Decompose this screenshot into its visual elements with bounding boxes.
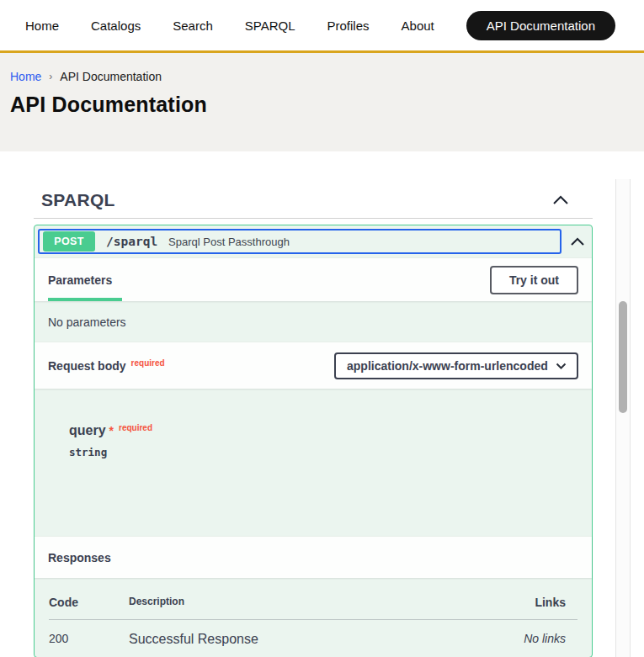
nav-item-catalogs[interactable]: Catalogs (91, 19, 141, 33)
parameter-name: query (69, 423, 106, 437)
responses-table: Code Description Links 200 Successful Re… (49, 578, 577, 647)
chevron-up-icon (552, 195, 569, 205)
nav-item-api-documentation-active[interactable]: API Documentation (466, 11, 615, 40)
page-scrollbar-thumb[interactable] (619, 301, 627, 413)
chevron-up-icon (570, 237, 585, 246)
responses-col-header-description: Description (129, 578, 524, 619)
breadcrumb-current: API Documentation (60, 70, 162, 83)
chevron-down-icon (556, 363, 567, 369)
opblock-summary[interactable]: POST /sparql Sparql Post Passthrough (38, 229, 562, 254)
opblock-collapse-button[interactable] (565, 236, 590, 248)
response-row-description: Successful Response (129, 620, 524, 647)
parameters-tab-label: Parameters (48, 273, 112, 287)
opblock-summary-row: POST /sparql Sparql Post Passthrough (35, 225, 592, 257)
required-asterisk: * (109, 424, 114, 437)
breadcrumb-separator-icon: › (49, 71, 52, 82)
breadcrumb-home-link[interactable]: Home (10, 70, 41, 83)
section-collapse-button[interactable] (551, 193, 571, 207)
tab-parameters[interactable]: Parameters (48, 258, 112, 302)
nav-item-search[interactable]: Search (173, 19, 213, 33)
content-type-select[interactable]: application/x-www-form-urlencoded (334, 352, 578, 379)
page-scrollbar-track[interactable] (615, 179, 631, 657)
responses-label: Responses (48, 551, 111, 564)
http-method-badge: POST (43, 231, 95, 252)
sparql-section-header: SPARQL (34, 190, 593, 210)
endpoint-path: /sparql (106, 235, 157, 248)
request-body-required-label: required (131, 358, 165, 368)
section-divider (34, 218, 593, 219)
sparql-section-title: SPARQL (41, 190, 115, 210)
request-body-content: query*required string (35, 389, 592, 536)
request-body-label-group: Request bodyrequired (48, 358, 165, 374)
try-it-out-button[interactable]: Try it out (490, 266, 578, 294)
post-sparql-opblock: POST /sparql Sparql Post Passthrough Par… (34, 225, 593, 657)
main-content: SPARQL POST /sparql Sparql Post Passthro… (34, 190, 593, 657)
content-type-selected-value: application/x-www-form-urlencoded (347, 359, 548, 373)
nav-item-about[interactable]: About (402, 19, 434, 33)
responses-col-header-links: Links (524, 578, 577, 619)
request-body-section-header: Request bodyrequired application/x-www-f… (35, 342, 592, 389)
top-navbar: Home Catalogs Search SPARQL Profiles Abo… (0, 0, 644, 50)
page-header: Home › API Documentation API Documentati… (0, 53, 644, 151)
response-row-code: 200 (49, 620, 129, 647)
responses-col-header-code: Code (49, 578, 129, 619)
parameters-section-header: Parameters Try it out (35, 257, 592, 301)
nav-item-sparql[interactable]: SPARQL (245, 19, 295, 33)
responses-section-header: Responses (35, 536, 592, 578)
parameter-required-label: required (119, 423, 152, 432)
parameter-row: query*required string (69, 423, 592, 458)
request-body-label: Request body (48, 359, 126, 373)
response-row-links: No links (524, 620, 577, 647)
nav-item-home[interactable]: Home (25, 19, 59, 33)
responses-content: Code Description Links 200 Successful Re… (35, 578, 592, 647)
endpoint-summary-text: Sparql Post Passthrough (168, 236, 290, 248)
active-tab-underline (48, 298, 122, 301)
no-parameters-message: No parameters (35, 301, 592, 342)
parameter-type: string (69, 446, 592, 458)
page-title: API Documentation (10, 93, 634, 117)
nav-item-profiles[interactable]: Profiles (327, 19, 370, 33)
breadcrumb: Home › API Documentation (10, 70, 634, 83)
